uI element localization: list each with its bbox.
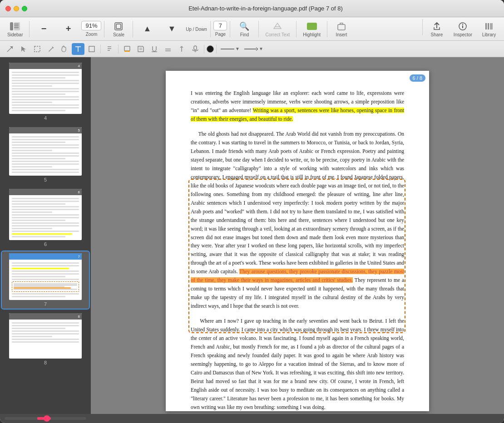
thumb-page-image-5: 5	[9, 127, 82, 176]
svg-rect-23	[124, 46, 130, 51]
thumb-page-image-7: 7	[9, 253, 82, 300]
line-end-selector[interactable]: ▼	[242, 45, 265, 53]
main-toolbar: Sidebar − + 91% Zoom Scale	[0, 17, 504, 41]
scale-icon	[113, 21, 124, 32]
zoom-scrollbar-track	[5, 417, 86, 420]
note-button[interactable]	[134, 43, 147, 55]
zoom-slider-handle[interactable]	[44, 415, 50, 422]
page-thumbnails-sidebar: 4 4 5	[0, 57, 91, 414]
insert-text-button[interactable]	[175, 43, 188, 55]
page-thumbnail-5[interactable]: 5 5	[2, 125, 89, 184]
toolbar-divider-1	[29, 21, 30, 37]
page-indicator-badge: 6 / 8	[410, 74, 425, 82]
page-input[interactable]: 7	[213, 21, 227, 30]
updown-group: Up / Down	[185, 26, 208, 32]
zoom-value[interactable]: 91%	[81, 21, 101, 30]
page-thumbnail-4[interactable]: 4 4	[2, 61, 89, 123]
close-button[interactable]	[5, 6, 11, 11]
svg-rect-12	[485, 23, 487, 30]
pdf-page-content: I was entering the English language like…	[166, 71, 429, 414]
page-thumbnail-8[interactable]: 8 8	[2, 311, 89, 367]
zoom-out-button[interactable]: −	[32, 22, 55, 36]
sidebar-label: Sidebar	[7, 32, 23, 37]
titlebar: Etel-Adnan-to-write-in-a-foreign-languag…	[0, 0, 504, 17]
svg-rect-3	[14, 25, 19, 26]
inspector-label: Inspector	[454, 32, 472, 37]
svg-rect-19	[89, 46, 94, 52]
insert-button[interactable]: Insert	[330, 19, 353, 39]
main-content-area: 4 4 5	[0, 57, 504, 414]
highlight-label: Highlight	[303, 32, 321, 37]
svg-rect-8	[338, 25, 345, 30]
thumb-label-5: 5	[44, 177, 47, 182]
annotation-toolbar: ▼ ▼	[0, 41, 504, 57]
toolbar-divider-9	[422, 19, 423, 35]
strikethrough-button[interactable]	[162, 43, 174, 55]
svg-rect-4	[14, 27, 19, 28]
insert-icon	[336, 21, 347, 32]
find-icon: 🔍	[239, 21, 250, 32]
correct-text-icon	[272, 21, 283, 32]
library-button[interactable]: Library	[478, 19, 500, 39]
thumb-page-image-6: 6	[9, 189, 82, 240]
toolbar-divider-3	[133, 21, 133, 37]
cursor-tool-button[interactable]	[17, 43, 30, 55]
text-tool-button[interactable]	[72, 43, 84, 55]
ann-divider-3	[204, 44, 204, 54]
pdf-page-7: 6 / 8 I was entering the English languag…	[166, 71, 429, 411]
selection-rect-button[interactable]	[85, 43, 98, 55]
paragraph-2: The old ghosts had not disappeared. The …	[191, 130, 404, 310]
correct-text-button[interactable]: Correct Text	[262, 19, 293, 39]
svg-rect-13	[488, 23, 489, 30]
toolbar-divider-5	[230, 21, 230, 37]
share-icon	[431, 21, 442, 32]
toolbar-divider-6	[258, 21, 259, 37]
app-window: Etel-Adnan-to-write-in-a-foreign-languag…	[0, 0, 504, 423]
inspector-button[interactable]: Inspector	[450, 19, 476, 39]
text-select-button[interactable]	[103, 43, 116, 55]
thumb-page-image-8: 8	[9, 313, 82, 359]
correct-text-label: Correct Text	[265, 32, 290, 37]
pdf-viewer-area[interactable]: 6 / 8 I was entering the English languag…	[91, 57, 504, 414]
up-button[interactable]: ▲	[136, 22, 158, 36]
page-thumbnail-6[interactable]: 6 6	[2, 187, 89, 249]
arrow-tool-button[interactable]	[4, 43, 16, 55]
thumb-label-7: 7	[44, 301, 47, 307]
window-title: Etel-Adnan-to-write-in-a-foreign-languag…	[33, 5, 499, 12]
toolbar-right-group: Share Inspector	[421, 19, 500, 39]
library-label: Library	[482, 32, 496, 37]
thumb-page-image-4: 4	[9, 63, 82, 114]
paragraph-3: Where am I now? I gave up teaching in th…	[191, 317, 404, 412]
down-button[interactable]: ▼	[160, 22, 183, 36]
svg-rect-2	[14, 24, 19, 25]
sidebar-toggle-button[interactable]: Sidebar	[4, 19, 26, 39]
highlight-button[interactable]: Highlight	[299, 19, 324, 39]
thumb-label-8: 8	[44, 360, 47, 365]
down-icon: ▼	[166, 24, 177, 34]
hand-tool-button[interactable]	[58, 43, 71, 55]
pen-tool-button[interactable]	[44, 43, 57, 55]
minimize-button[interactable]	[14, 6, 19, 11]
underline-button[interactable]	[148, 43, 161, 55]
inspector-icon	[457, 21, 468, 32]
sidebar-icon	[10, 21, 20, 32]
ann-divider-4	[216, 44, 217, 54]
toolbar-divider-7	[296, 21, 296, 37]
scale-button[interactable]: Scale	[107, 19, 130, 39]
highlight-color-button[interactable]	[121, 43, 133, 55]
zoom-in-button[interactable]: +	[57, 22, 79, 36]
library-icon	[484, 21, 494, 32]
maximize-button[interactable]	[22, 6, 27, 11]
find-button[interactable]: 🔍 Find	[233, 19, 256, 39]
page-thumbnail-7[interactable]: 7 7	[2, 251, 89, 309]
audio-button[interactable]	[189, 43, 202, 55]
color-picker[interactable]	[207, 45, 214, 53]
marquee-select-button[interactable]	[31, 43, 44, 55]
toolbar-divider-2	[104, 21, 104, 37]
line-style-selector[interactable]: ▼	[219, 45, 242, 53]
ann-divider-2	[118, 44, 119, 54]
page-label: Page	[215, 32, 226, 37]
thumb-label-6: 6	[44, 241, 47, 247]
scale-label: Scale	[113, 32, 124, 37]
share-button[interactable]: Share	[425, 19, 448, 39]
